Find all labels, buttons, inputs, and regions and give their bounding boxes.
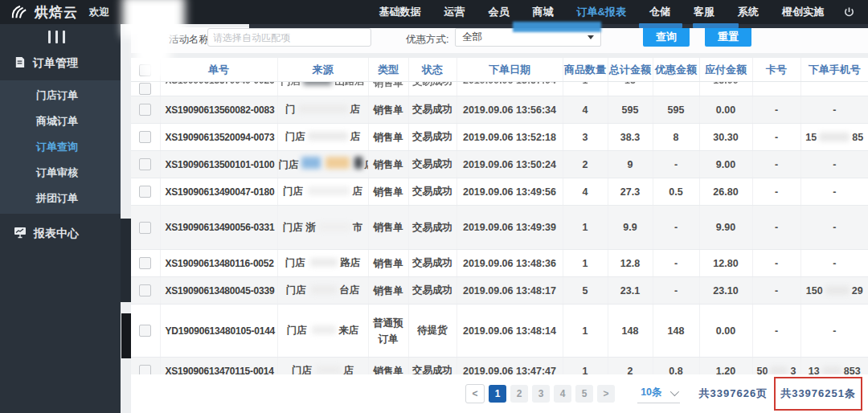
chevron-down-icon (669, 386, 678, 395)
cell: 销售单 (368, 82, 408, 96)
cell: XS19090613470115-0014 (160, 358, 277, 375)
redacted-text (822, 366, 841, 375)
cell: 门店店 (277, 151, 368, 178)
cell: 交易成功 (408, 124, 457, 151)
cell: 销售单 (368, 250, 408, 277)
app-logo: 烘焙云 (0, 3, 78, 22)
row-checkbox[interactable] (139, 104, 151, 116)
nav-item-商城[interactable]: 商城 (533, 5, 554, 19)
cell: 27.3 (608, 178, 653, 206)
nav-item-橙创实施[interactable]: 橙创实施 (782, 5, 824, 19)
page-5-button[interactable]: 5 (575, 385, 593, 403)
page-size-select[interactable]: 10条 (637, 384, 679, 403)
sidebar-group-报表中心[interactable]: 报表中心 (0, 214, 121, 251)
row-checkbox[interactable] (139, 365, 151, 374)
cell: 2019.09.06 13:52:18 (457, 124, 563, 151)
nav-item-仓储[interactable]: 仓储 (649, 5, 670, 19)
cell: - (800, 206, 868, 250)
logout-power-button[interactable] (843, 6, 855, 18)
redacted-text (318, 223, 350, 231)
cell: - (800, 96, 868, 124)
page-1-button[interactable]: 1 (489, 385, 506, 403)
redacted-text (303, 82, 332, 85)
cell: - (752, 206, 800, 250)
cell: 交易成功 (408, 250, 457, 277)
row-checkbox[interactable] (139, 284, 151, 296)
table-row: XS19090613570049-0026门店山路店销售单交易成功2019.09… (131, 82, 868, 96)
redacted-text (317, 366, 341, 374)
reports-icon (14, 227, 27, 241)
page-2-button[interactable]: 2 (510, 385, 528, 403)
orders-table-card: 单号来源类型状态下单日期商品数量总计金额优惠金额应付金额卡号下单手机号 XS19… (131, 58, 868, 374)
cell: YD19090613480105-0144 (160, 305, 277, 358)
row-checkbox[interactable] (139, 83, 151, 95)
cell: - (752, 124, 800, 151)
cell: 2019.09.06 13:49:56 (457, 178, 563, 206)
redacted-text (312, 325, 336, 334)
cell: - (800, 82, 868, 96)
page-3-button[interactable]: 3 (532, 385, 550, 403)
cell: 普通预订单 (368, 305, 408, 358)
sidebar-collapse-icon[interactable] (0, 24, 121, 43)
sidebar-item-订单查询[interactable]: 订单查询 (0, 134, 121, 160)
row-checkbox[interactable] (139, 158, 151, 170)
next-page-button[interactable]: > (597, 385, 615, 403)
page-4-button[interactable]: 4 (554, 385, 571, 403)
cell: 交易成功 (408, 358, 457, 375)
redacted-text (354, 157, 362, 169)
search-button[interactable]: 查询 (643, 27, 690, 47)
sidebar-group-订单管理[interactable]: 订单管理 (0, 43, 121, 80)
redaction-bar (121, 313, 131, 358)
sidebar-item-门店订单[interactable]: 门店订单 (0, 83, 121, 108)
cell: 2019.09.06 13:50:24 (457, 151, 563, 178)
sidebar: 订单管理门店订单商城订单订单查询订单审核拼团订单报表中心 (0, 24, 121, 413)
cell: 销售单 (368, 277, 408, 305)
row-checkbox[interactable] (139, 131, 151, 143)
row-checkbox[interactable] (139, 325, 151, 337)
redacted-text (301, 157, 321, 169)
redaction-smear (143, 61, 166, 79)
cell: 销售单 (368, 124, 408, 151)
cell: - (752, 277, 800, 305)
prev-page-button[interactable]: < (465, 384, 485, 403)
cell: 30.30 (699, 124, 752, 151)
activity-name-input[interactable] (207, 28, 371, 47)
cell: XS19090613520094-0073 (160, 124, 277, 151)
cell: XS19090613480045-0339 (160, 277, 277, 305)
cell: 门店 台店 (277, 277, 368, 305)
row-checkbox[interactable] (139, 257, 151, 269)
reset-button[interactable]: 重置 (705, 27, 751, 47)
sidebar-item-商城订单[interactable]: 商城订单 (0, 108, 121, 134)
cell: 2019.09.06 13:57:04 (457, 82, 563, 96)
cell: 2019.09.06 13:48:36 (457, 250, 563, 277)
redacted-text (308, 186, 350, 195)
nav-item-订单&报表[interactable]: 订单&报表 (577, 5, 626, 19)
app-title: 烘焙云 (35, 3, 78, 22)
nav-item-系统[interactable]: 系统 (738, 5, 759, 19)
cell: 0.00 (699, 305, 752, 358)
cell: - (752, 305, 800, 358)
cell: 148 (608, 305, 653, 358)
column-header-下单日期: 下单日期 (457, 58, 563, 82)
cell: 1 (563, 250, 608, 277)
sidebar-item-订单审核[interactable]: 订单审核 (0, 160, 121, 186)
table-row: XS19090613480045-0339门店 台店销售单交易成功2019.09… (131, 277, 868, 305)
sidebar-item-拼团订单[interactable]: 拼团订单 (0, 186, 121, 211)
redaction-blue-patch (513, 22, 601, 32)
nav-item-客服[interactable]: 客服 (694, 5, 714, 19)
cell: - (752, 250, 800, 277)
nav-item-基础数据[interactable]: 基础数据 (379, 5, 421, 19)
column-header-单号: 单号 (160, 58, 277, 82)
discount-method-value: 全部 (462, 31, 482, 44)
chevron-down-icon (588, 35, 594, 39)
power-icon (843, 6, 855, 18)
pagination-bar: < 12345 > 10条 共3397626页 共33976251条 (131, 374, 868, 413)
page-size-value: 10条 (641, 386, 661, 399)
nav-item-运营[interactable]: 运营 (444, 5, 465, 19)
row-checkbox[interactable] (139, 186, 151, 198)
cell: 1.20 (699, 358, 752, 375)
cell: XS19090613480116-0052 (160, 250, 277, 277)
row-checkbox[interactable] (139, 222, 151, 234)
cell: 2 (563, 151, 608, 178)
nav-item-会员[interactable]: 会员 (489, 5, 510, 19)
